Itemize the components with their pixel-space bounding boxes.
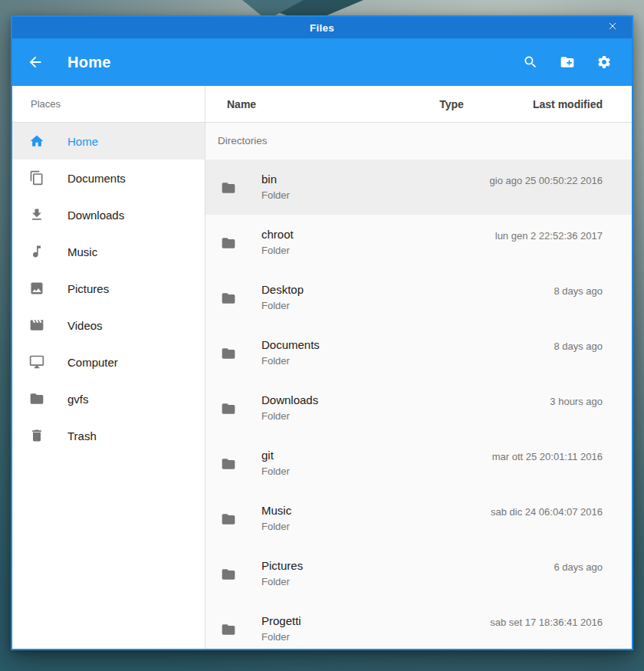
file-last-modified: 6 days ago (554, 561, 603, 573)
file-type: Folder (261, 353, 632, 370)
file-row-downloads[interactable]: DownloadsFolder3 hours ago (205, 380, 632, 436)
column-header-type[interactable]: Type (417, 98, 486, 110)
folder-icon (221, 346, 236, 361)
file-last-modified: lun gen 2 22:52:36 2017 (495, 230, 603, 242)
column-header-row: Name Type Last modified (205, 86, 632, 123)
sidebar-item-documents[interactable]: Documents (12, 160, 205, 196)
file-last-modified: gio ago 25 00:50:22 2016 (490, 175, 603, 186)
sidebar-item-downloads[interactable]: Downloads (12, 196, 205, 233)
file-last-modified: 3 hours ago (550, 396, 603, 407)
folder-icon (221, 622, 236, 637)
column-header-last-modified[interactable]: Last modified (486, 98, 632, 110)
sidebar-item-gvfs[interactable]: gvfs (12, 380, 205, 417)
file-type: Folder (261, 298, 632, 314)
window-content: Places HomeDocumentsDownloadsMusicPictur… (12, 86, 632, 649)
folder-icon (221, 235, 236, 251)
sidebar-item-videos[interactable]: Videos (12, 307, 205, 344)
sidebar-item-label: gvfs (67, 393, 89, 406)
file-row-chroot[interactable]: chrootFolderlun gen 2 22:52:36 2017 (205, 215, 632, 270)
sidebar-item-home[interactable]: Home (12, 123, 205, 160)
sidebar-item-label: Trash (67, 429, 97, 442)
settings-button[interactable] (596, 54, 612, 70)
sidebar-item-label: Videos (67, 319, 103, 332)
places-heading: Places (12, 86, 205, 123)
file-last-modified: sab dic 24 06:04:07 2016 (491, 506, 603, 518)
download-icon (29, 207, 44, 222)
window-title: Files (310, 22, 334, 34)
sidebar-item-label: Home (67, 135, 98, 148)
folder-icon (221, 291, 236, 306)
folder-icon (221, 567, 236, 582)
toolbar-actions (523, 54, 612, 70)
back-button[interactable] (26, 53, 44, 71)
folder-icon (221, 401, 236, 416)
search-button[interactable] (523, 54, 538, 70)
copy-icon (29, 170, 44, 186)
folder-icon (29, 391, 44, 406)
file-type: Folder (261, 574, 632, 590)
sidebar-item-trash[interactable]: Trash (12, 417, 205, 454)
home-icon (29, 133, 44, 149)
sidebar-item-label: Downloads (67, 209, 124, 222)
sidebar-item-label: Computer (67, 356, 118, 369)
file-last-modified: 8 days ago (554, 285, 603, 297)
trash-icon (29, 428, 44, 443)
file-row-documents[interactable]: DocumentsFolder8 days ago (205, 325, 632, 380)
column-header-name[interactable]: Name (205, 98, 417, 110)
sidebar-item-label: Pictures (67, 282, 109, 295)
image-icon (29, 281, 44, 296)
new-folder-icon (560, 54, 575, 70)
file-row-git[interactable]: gitFoldermar ott 25 20:01:11 2016 (205, 436, 632, 491)
new-folder-button[interactable] (560, 54, 575, 70)
search-icon (523, 54, 538, 70)
folder-icon (221, 456, 236, 472)
file-type: Folder (261, 408, 632, 425)
file-type: Folder (261, 629, 632, 646)
music-note-icon (29, 244, 44, 259)
gear-icon (596, 54, 612, 70)
titlebar: Files (12, 17, 632, 38)
sidebar-item-label: Music (67, 245, 97, 258)
toolbar: Home (12, 38, 632, 86)
close-icon (606, 20, 619, 35)
file-last-modified: sab set 17 18:36:41 2016 (490, 617, 603, 628)
file-row-music[interactable]: MusicFoldersab dic 24 06:04:07 2016 (205, 491, 632, 546)
places-list: HomeDocumentsDownloadsMusicPicturesVideo… (12, 123, 205, 454)
sidebar-item-label: Documents (67, 172, 126, 185)
file-type: Folder (261, 242, 632, 259)
file-row-pictures[interactable]: PicturesFolder6 days ago (205, 546, 632, 601)
folder-icon (221, 180, 236, 196)
file-row-progetti[interactable]: ProgettiFoldersab set 17 18:36:41 2016 (205, 601, 632, 649)
file-rows: binFoldergio ago 25 00:50:22 2016chrootF… (205, 160, 632, 649)
page-title: Home (67, 54, 111, 71)
files-window: Files Home Places HomeDocumentsDownloads… (11, 15, 633, 650)
file-row-bin[interactable]: binFoldergio ago 25 00:50:22 2016 (205, 160, 632, 215)
directories-section-label: Directories (205, 123, 632, 160)
folder-icon (221, 511, 236, 527)
desktop-background: Files Home Places HomeDocumentsDownloads… (0, 0, 644, 671)
file-type: Folder (261, 187, 632, 204)
file-last-modified: mar ott 25 20:01:11 2016 (492, 451, 603, 462)
file-last-modified: 8 days ago (554, 340, 603, 352)
file-row-desktop[interactable]: DesktopFolder8 days ago (205, 270, 632, 325)
sidebar-item-pictures[interactable]: Pictures (12, 270, 205, 307)
file-type: Folder (261, 518, 632, 535)
close-button[interactable] (603, 17, 623, 38)
file-type: Folder (261, 463, 632, 480)
arrow-back-icon (27, 54, 44, 71)
sidebar-item-computer[interactable]: Computer (12, 344, 205, 380)
file-list-pane: Name Type Last modified Directories binF… (205, 86, 632, 649)
monitor-icon (29, 354, 44, 370)
sidebar: Places HomeDocumentsDownloadsMusicPictur… (12, 86, 205, 649)
sidebar-item-music[interactable]: Music (12, 233, 205, 270)
movie-icon (29, 317, 44, 333)
